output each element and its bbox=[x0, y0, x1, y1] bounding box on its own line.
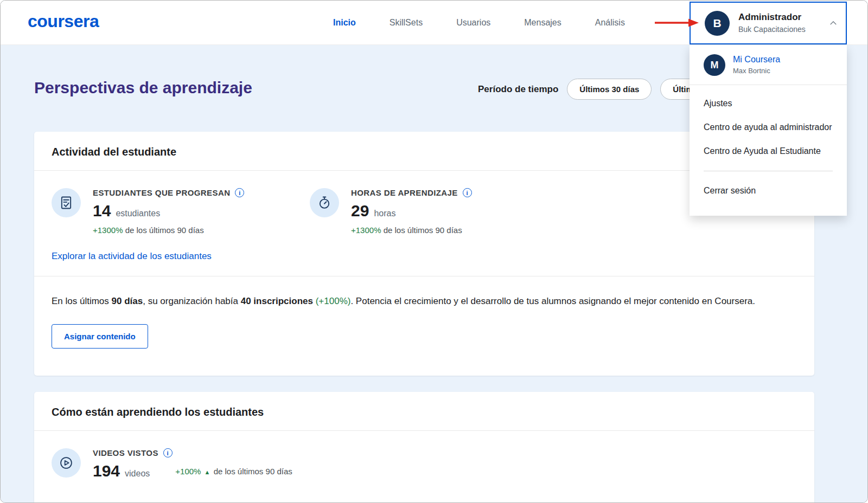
metric-progressing-students: ESTUDIANTES QUE PROGRESAN 14 estudiantes… bbox=[52, 188, 310, 235]
explore-activity-link[interactable]: Explorar la actividad de los estudiantes bbox=[52, 251, 212, 262]
metric-body: VIDEOS VISTOS 194 videos +100% ▲ de los … bbox=[93, 448, 292, 480]
metric-label: ESTUDIANTES QUE PROGRESAN bbox=[93, 188, 230, 197]
nav-item-skillsets[interactable]: SkillSets bbox=[390, 18, 423, 28]
time-period-label: Período de tiempo bbox=[478, 84, 558, 95]
stopwatch-icon bbox=[310, 188, 339, 217]
metric-learning-hours: HORAS DE APRENDIZAJE 29 horas +1300% de … bbox=[310, 188, 472, 235]
summary-paragraph: En los últimos 90 días, su organización … bbox=[52, 294, 778, 309]
account-name: Administrador bbox=[738, 11, 806, 23]
menu-divider bbox=[704, 171, 833, 171]
learning-card-title: Cómo están aprendiendo los estudiantes bbox=[34, 392, 814, 431]
metric-label-row: VIDEOS VISTOS bbox=[93, 448, 292, 457]
my-coursera-item[interactable]: M Mi Coursera Max Bortnic bbox=[690, 45, 847, 85]
info-icon[interactable] bbox=[235, 188, 244, 197]
profile-text: Mi Coursera Max Bortnic bbox=[733, 54, 780, 76]
summary-text: . Potencia el crecimiento y el desarroll… bbox=[350, 296, 755, 306]
account-menu-trigger[interactable]: B Administrador Buk Capacitaciones bbox=[690, 2, 847, 44]
metric-unit: estudiantes bbox=[116, 209, 160, 218]
metric-unit: videos bbox=[125, 469, 150, 479]
nav-item-inicio[interactable]: Inicio bbox=[333, 18, 356, 28]
user-avatar: M bbox=[704, 54, 725, 76]
metric-unit: horas bbox=[374, 209, 395, 218]
document-check-icon bbox=[52, 188, 81, 217]
delta-value: +100% bbox=[175, 467, 201, 476]
info-icon[interactable] bbox=[163, 448, 173, 457]
metric-value: 14 bbox=[93, 202, 111, 220]
admin-avatar: B bbox=[705, 11, 730, 36]
menu-item-signout[interactable]: Cerrar sesión bbox=[690, 179, 847, 203]
info-icon[interactable] bbox=[463, 188, 472, 197]
nav-item-mensajes[interactable]: Mensajes bbox=[524, 18, 561, 28]
metric-delta: +100% ▲ de los últimos 90 días bbox=[175, 467, 292, 476]
nav-item-usuarios[interactable]: Usuarios bbox=[456, 18, 490, 28]
nav-item-analisis[interactable]: Análisis bbox=[595, 18, 625, 28]
chevron-up-icon bbox=[829, 21, 837, 25]
metrics-row: ESTUDIANTES QUE PROGRESAN 14 estudiantes… bbox=[52, 188, 797, 235]
play-icon bbox=[52, 448, 81, 478]
up-triangle-icon: ▲ bbox=[205, 469, 210, 475]
metric-delta: +1300% de los últimos 90 días bbox=[351, 225, 472, 235]
metric-label-row: ESTUDIANTES QUE PROGRESAN bbox=[93, 188, 244, 197]
my-coursera-link[interactable]: Mi Coursera bbox=[733, 54, 780, 66]
metric-value-row: 14 estudiantes bbox=[93, 202, 244, 220]
metric-value-row: 29 horas bbox=[351, 202, 472, 220]
videos-metric-section: VIDEOS VISTOS 194 videos +100% ▲ de los … bbox=[34, 431, 814, 494]
account-org: Buk Capacitaciones bbox=[738, 24, 806, 34]
metric-delta: +1300% de los últimos 90 días bbox=[93, 225, 244, 235]
delta-suffix: de los últimos 90 días bbox=[212, 467, 292, 476]
metric-body: HORAS DE APRENDIZAJE 29 horas +1300% de … bbox=[351, 188, 472, 235]
summary-text: En los últimos bbox=[52, 296, 112, 306]
activity-summary-section: En los últimos 90 días, su organización … bbox=[34, 276, 814, 363]
coursera-logo[interactable]: coursera bbox=[28, 11, 99, 31]
menu-items: Ajustes Centro de ayuda al administrador… bbox=[690, 85, 847, 203]
metric-value: 194 bbox=[93, 462, 120, 480]
metric-body: ESTUDIANTES QUE PROGRESAN 14 estudiantes… bbox=[93, 188, 244, 235]
delta-suffix: de los últimos 90 días bbox=[381, 225, 462, 235]
metric-videos-watched: VIDEOS VISTOS 194 videos +100% ▲ de los … bbox=[52, 448, 797, 480]
page-title: Perspectivas de aprendizaje bbox=[34, 79, 252, 97]
time-period-control: Período de tiempo Últimos 30 días Último… bbox=[478, 79, 715, 100]
summary-text: , su organización había bbox=[143, 296, 241, 306]
metric-value: 29 bbox=[351, 202, 369, 220]
assign-content-button[interactable]: Asignar contenido bbox=[52, 324, 148, 349]
metric-value-row: 194 videos +100% ▲ de los últimos 90 día… bbox=[93, 462, 292, 480]
user-name: Max Bortnic bbox=[733, 67, 780, 76]
account-dropdown-menu: M Mi Coursera Max Bortnic Ajustes Centro… bbox=[690, 45, 847, 216]
delta-value: +1300% bbox=[93, 225, 123, 235]
delta-value: +1300% bbox=[351, 225, 381, 235]
metric-label-row: HORAS DE APRENDIZAJE bbox=[351, 188, 472, 197]
app-window: coursera Inicio SkillSets Usuarios Mensa… bbox=[0, 0, 868, 503]
main-nav: Inicio SkillSets Usuarios Mensajes Análi… bbox=[333, 1, 625, 45]
delta-suffix: de los últimos 90 días bbox=[123, 225, 203, 235]
menu-item-admin-help[interactable]: Centro de ayuda al administrador bbox=[690, 115, 847, 139]
summary-bold: 40 inscripciones bbox=[241, 296, 313, 306]
metric-label: VIDEOS VISTOS bbox=[93, 448, 158, 457]
summary-bold: 90 días bbox=[112, 296, 143, 306]
how-students-learn-card: Cómo están aprendiendo los estudiantes V… bbox=[34, 392, 814, 503]
metric-label: HORAS DE APRENDIZAJE bbox=[351, 188, 458, 197]
menu-item-ajustes[interactable]: Ajustes bbox=[690, 92, 847, 115]
summary-green: (+100%) bbox=[316, 296, 351, 306]
account-text: Administrador Buk Capacitaciones bbox=[738, 11, 806, 34]
period-pill-30-days[interactable]: Últimos 30 días bbox=[567, 79, 652, 100]
menu-item-student-help[interactable]: Centro de Ayuda al Estudiante bbox=[690, 139, 847, 163]
